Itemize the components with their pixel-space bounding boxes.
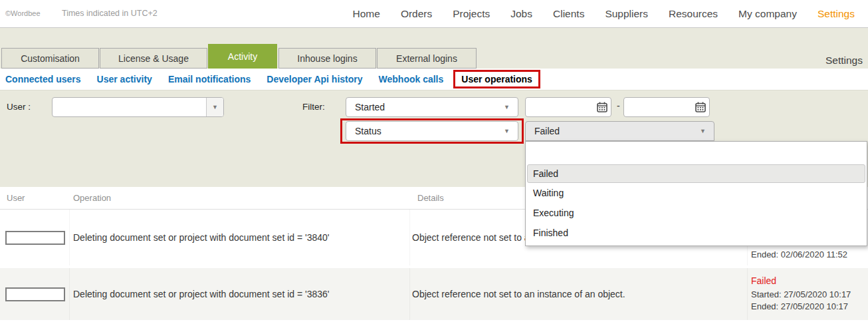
user-cell (0, 268, 70, 320)
timezone-note: Times indicated in UTC+2 (62, 9, 158, 18)
date-to-field[interactable] (623, 97, 710, 117)
date-to-calendar-button[interactable] (692, 98, 709, 116)
column-header-operation: Operation (70, 193, 410, 203)
tab-inhouse-logins[interactable]: Inhouse logins (278, 48, 376, 69)
date-from-input[interactable] (526, 102, 594, 112)
operation-text: Deleting document set or project with do… (73, 232, 330, 243)
date-to-input[interactable] (624, 102, 692, 112)
dropdown-arrow-icon: ▼ (700, 128, 706, 134)
subnav-developer-api-history[interactable]: Developer Api history (259, 74, 370, 84)
dropdown-arrow-icon: ▼ (504, 104, 510, 110)
nav-item-my-company[interactable]: My company (738, 8, 797, 20)
status-option-waiting[interactable]: Waiting (526, 183, 867, 203)
operation-text: Deleting document set or project with do… (73, 289, 330, 299)
user-cell (0, 210, 70, 265)
dropdown-arrow-icon: ▼ (504, 128, 510, 134)
copyright-label: ©Wordbee (5, 9, 41, 17)
date-range-separator: - (617, 100, 620, 111)
tab-license-usage[interactable]: License & Usage (100, 48, 207, 69)
status-option-empty[interactable] (526, 144, 867, 164)
status-field-select[interactable]: Status ▼ (346, 121, 518, 141)
status-option-finished[interactable]: Finished (526, 223, 867, 243)
nav-item-clients[interactable]: Clients (553, 8, 584, 20)
status-value-select[interactable]: Failed ▼ (525, 121, 714, 141)
user-filter-label: User : (7, 102, 31, 112)
status-value-select-value: Failed (534, 126, 560, 136)
nav-item-suppliers[interactable]: Suppliers (605, 8, 648, 20)
activity-subnav: Connected users User activity Email noti… (0, 69, 868, 90)
tab-activity[interactable]: Activity (208, 44, 277, 69)
main-navigation: Home Orders Projects Jobs Clients Suppli… (353, 0, 855, 27)
date-field-select-value: Started (355, 102, 385, 112)
ended-timestamp: Ended: 27/05/2020 10:17 (751, 301, 848, 313)
status-field-select-value: Status (355, 126, 381, 136)
tab-customisation[interactable]: Customisation (1, 48, 99, 69)
subnav-user-activity[interactable]: User activity (89, 74, 160, 84)
status-option-executing[interactable]: Executing (526, 203, 867, 223)
details-cell: Object reference not set to an instance … (410, 268, 748, 320)
ended-timestamp: Ended: 02/06/2020 11:52 (751, 249, 847, 261)
subnav-connected-users[interactable]: Connected users (5, 74, 89, 84)
subnav-webhook-calls[interactable]: Webhook calls (371, 74, 452, 84)
tab-external-logins[interactable]: External logins (377, 48, 477, 69)
user-combobox-button[interactable]: ▼ (206, 98, 223, 116)
redacted-user-box (5, 287, 65, 301)
subnav-user-operations[interactable]: User operations (453, 70, 540, 88)
status-option-failed[interactable]: Failed (527, 164, 865, 183)
date-from-field[interactable] (525, 97, 611, 117)
nav-item-settings[interactable]: Settings (817, 8, 855, 20)
date-from-calendar-button[interactable] (594, 98, 611, 116)
calendar-icon (596, 101, 608, 113)
status-cell: Failed Started: 27/05/2020 10:17 Ended: … (748, 268, 868, 320)
date-field-select[interactable]: Started ▼ (346, 97, 518, 117)
table-row: Deleting document set or project with do… (0, 268, 868, 320)
operation-cell: Deleting document set or project with do… (70, 210, 410, 265)
started-timestamp: Started: 27/05/2020 10:17 (751, 289, 851, 301)
user-combobox-input[interactable] (53, 98, 206, 116)
page-title: Settings (825, 55, 863, 67)
operation-cell: Deleting document set or project with do… (70, 268, 410, 320)
details-text: Object reference not set to an instance … (412, 289, 625, 299)
redacted-user-box (5, 231, 65, 245)
filter-label: Filter: (302, 102, 325, 112)
top-bar: ©Wordbee Times indicated in UTC+2 Home O… (0, 0, 868, 28)
nav-item-orders[interactable]: Orders (401, 8, 432, 20)
subnav-email-notifications[interactable]: Email notifications (160, 74, 259, 84)
column-header-user: User (0, 193, 70, 203)
user-combobox[interactable]: ▼ (52, 97, 224, 117)
nav-item-home[interactable]: Home (353, 8, 380, 20)
nav-item-jobs[interactable]: Jobs (510, 8, 532, 20)
status-badge: Failed (751, 275, 776, 286)
nav-item-projects[interactable]: Projects (453, 8, 490, 20)
status-dropdown-panel: Failed Waiting Executing Finished (525, 141, 867, 246)
calendar-icon (695, 101, 706, 113)
dropdown-arrow-icon: ▼ (212, 104, 218, 110)
nav-item-resources[interactable]: Resources (669, 8, 718, 20)
wordbee-settings-screen: ©Wordbee Times indicated in UTC+2 Home O… (0, 0, 868, 326)
